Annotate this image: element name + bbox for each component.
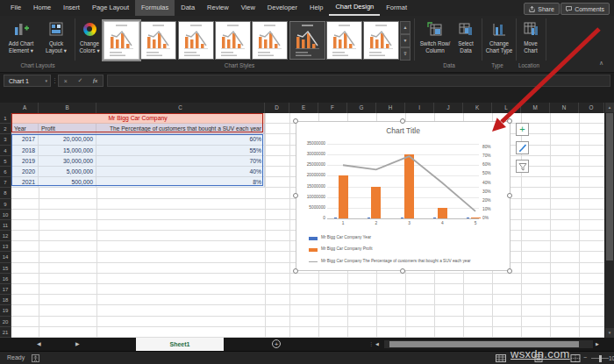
row-header-3[interactable]: 3	[0, 134, 11, 145]
ribbon-tab-data[interactable]: Data	[175, 0, 201, 16]
chart-title[interactable]: Chart Title	[296, 126, 510, 135]
gallery-expand-button[interactable]: ⊽	[400, 47, 411, 61]
chart-style-thumbnail-4[interactable]	[215, 21, 251, 60]
chart-resize-handle[interactable]	[400, 118, 405, 124]
hscroll-left-icon[interactable]: ◀	[375, 338, 379, 351]
profit-bar[interactable]	[371, 187, 381, 218]
row-header-7[interactable]: 7	[0, 177, 11, 188]
row-header-5[interactable]: 5	[0, 156, 11, 167]
quick-layout-button[interactable]: Quick Layout ▾	[39, 19, 73, 54]
row-header-1[interactable]: 1	[0, 113, 11, 124]
row-header-15[interactable]: 15	[0, 263, 11, 274]
row-header-10[interactable]: 10	[0, 210, 11, 220]
column-header-B[interactable]: B	[39, 103, 96, 113]
sheet-data-cell[interactable]: 30,000,000	[39, 156, 96, 167]
scroll-down-icon[interactable]: ▼	[605, 328, 614, 338]
column-header-I[interactable]: I	[405, 103, 434, 113]
chart-style-thumbnail-6[interactable]	[289, 21, 325, 60]
profit-bar[interactable]	[404, 154, 414, 218]
year-bar[interactable]	[467, 218, 469, 218]
sheet-data-cell[interactable]: 500,000	[39, 177, 96, 188]
row-header-17[interactable]: 17	[0, 284, 11, 295]
ribbon-tab-formulas[interactable]: Formulas	[135, 0, 175, 16]
sheet-header-cell[interactable]: Year	[11, 124, 39, 134]
ribbon-tab-review[interactable]: Review	[201, 0, 235, 16]
row-header-2[interactable]: 2	[0, 124, 11, 134]
row-header-18[interactable]: 18	[0, 295, 11, 305]
sheet-header-cell[interactable]: The Percentage of customers that bought …	[96, 124, 265, 134]
sheet-nav-right-icon[interactable]: ▶	[75, 338, 80, 351]
tabbar-resizer[interactable]: ⋮	[368, 338, 374, 351]
sheet-header-cell[interactable]: Profit	[39, 124, 96, 134]
chart-elements-button[interactable]: +	[516, 123, 529, 136]
year-bar[interactable]	[334, 218, 337, 218]
profit-bar[interactable]	[471, 218, 481, 218]
chart-resize-handle[interactable]	[507, 193, 512, 198]
zoom-out-icon[interactable]: −	[583, 354, 587, 360]
sheet-data-cell[interactable]: 8%	[96, 177, 265, 188]
chart-style-thumbnail-5[interactable]	[252, 21, 288, 60]
chart-style-thumbnail-2[interactable]	[140, 21, 176, 60]
ribbon-tab-chart-design[interactable]: Chart Design	[329, 0, 380, 16]
column-header-D[interactable]: D	[265, 103, 289, 113]
row-header-12[interactable]: 12	[0, 231, 11, 241]
ribbon-tab-file[interactable]: File	[4, 0, 27, 16]
column-header-O[interactable]: O	[579, 103, 604, 113]
formula-input[interactable]	[107, 75, 610, 87]
chart-style-thumbnail-1[interactable]	[104, 21, 139, 60]
new-sheet-button[interactable]: +	[272, 339, 281, 348]
chart-filters-button[interactable]	[516, 160, 529, 173]
sheet-tab-sheet1[interactable]: Sheet1	[136, 338, 224, 351]
ribbon-tab-page-layout[interactable]: Page Layout	[86, 0, 135, 16]
horizontal-scrollbar-thumb[interactable]	[389, 341, 579, 347]
row-header-11[interactable]: 11	[0, 220, 11, 231]
year-bar[interactable]	[401, 218, 403, 218]
scroll-up-icon[interactable]: ▲	[605, 103, 614, 112]
column-header-L[interactable]: L	[492, 103, 521, 113]
chart-styles-button[interactable]	[516, 141, 529, 154]
chart-style-thumbnail-7[interactable]	[326, 21, 362, 60]
sheet-data-cell[interactable]: 2018	[11, 146, 39, 156]
zoom-slider-thumb[interactable]	[599, 355, 602, 362]
year-bar[interactable]	[368, 218, 370, 218]
name-box-dropdown-icon[interactable]: ▾	[45, 75, 47, 87]
name-box-resizer[interactable]: ⋮	[52, 75, 58, 87]
page-break-view-icon[interactable]	[570, 354, 581, 362]
switch-row-column-button[interactable]: Switch Row/ Column	[418, 19, 453, 54]
comments-button[interactable]: Comments	[560, 3, 610, 15]
row-header-14[interactable]: 14	[0, 252, 11, 262]
insert-function-icon[interactable]: fx	[93, 77, 97, 84]
ribbon-tab-developer[interactable]: Developer	[261, 0, 303, 16]
chart-style-thumbnail-3[interactable]	[178, 21, 214, 60]
select-data-button[interactable]: Select Data	[453, 19, 479, 54]
row-header-19[interactable]: 19	[0, 305, 11, 316]
chart-object[interactable]: Chart Title 3500000030000000250000002000…	[296, 121, 510, 271]
column-header-G[interactable]: G	[347, 103, 376, 113]
chart-style-thumbnail-8[interactable]	[363, 21, 399, 60]
ribbon-tab-home[interactable]: Home	[27, 0, 57, 16]
year-bar[interactable]	[433, 218, 436, 218]
add-chart-element-button[interactable]: Add Chart Element ▾	[3, 19, 39, 54]
column-header-E[interactable]: E	[289, 103, 318, 113]
sheet-data-cell[interactable]: 15,000,000	[39, 146, 96, 156]
row-header-16[interactable]: 16	[0, 274, 11, 284]
gallery-scroll-down-button[interactable]: ▼	[400, 34, 411, 47]
sheet-data-cell[interactable]: 5,000,000	[39, 167, 96, 177]
collapse-ribbon-icon[interactable]: ∧	[599, 60, 603, 67]
change-chart-type-button[interactable]: Change Chart Type	[484, 19, 514, 54]
chart-resize-handle[interactable]	[293, 118, 298, 124]
row-header-9[interactable]: 9	[0, 199, 11, 210]
gallery-scroll-up-button[interactable]: ▲	[400, 21, 411, 34]
sheet-data-cell[interactable]: 2017	[11, 134, 39, 145]
chart-resize-handle[interactable]	[293, 268, 298, 274]
share-button[interactable]: Share	[524, 3, 560, 15]
column-header-C[interactable]: C	[96, 103, 265, 113]
profit-bar[interactable]	[438, 208, 447, 218]
ribbon-tab-help[interactable]: Help	[303, 0, 329, 16]
sheet-title-cell[interactable]: Mr Bigg Car Company	[11, 113, 265, 124]
chart-resize-handle[interactable]	[293, 193, 298, 198]
column-header-H[interactable]: H	[376, 103, 405, 113]
row-header-13[interactable]: 13	[0, 241, 11, 252]
column-header-K[interactable]: K	[463, 103, 492, 113]
row-header-20[interactable]: 20	[0, 317, 11, 327]
